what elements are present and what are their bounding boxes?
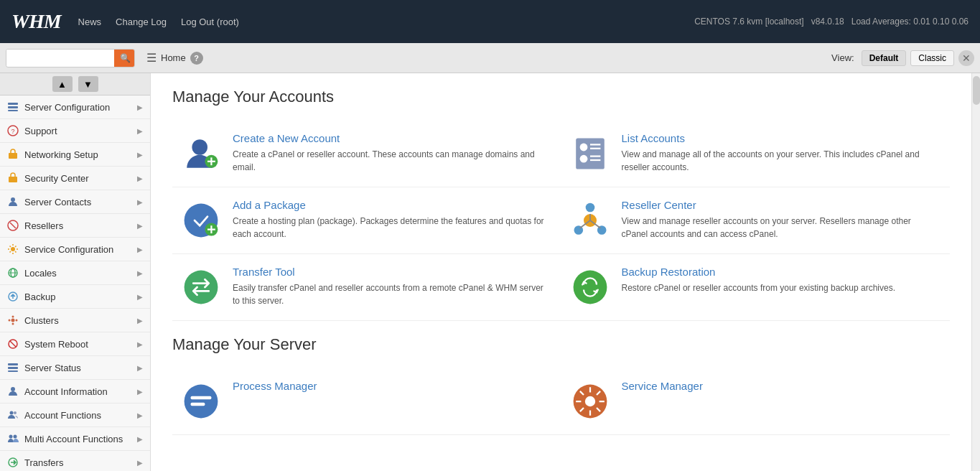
sidebar-item-label: Server Configuration — [24, 102, 131, 113]
scroll-up-arrow[interactable]: ▲ — [52, 76, 73, 92]
accounts-cards-grid: Create a New Account Create a cPanel or … — [172, 121, 950, 321]
svg-point-25 — [10, 411, 14, 415]
svg-rect-58 — [191, 396, 212, 400]
content-area: Manage Your Accounts Create a New Accoun… — [151, 73, 971, 471]
server-contacts-icon — [7, 196, 19, 207]
svg-point-26 — [14, 411, 17, 414]
scrollbar-track[interactable] — [971, 73, 980, 471]
sidebar-item-resellers[interactable]: Resellers▶ — [0, 214, 150, 238]
svg-rect-59 — [191, 403, 205, 406]
service-manager-title[interactable]: Service Manager — [622, 380, 936, 392]
sidebar-item-networking-setup[interactable]: Networking Setup▶ — [0, 143, 150, 167]
sidebar-item-support[interactable]: ?Support▶ — [0, 119, 150, 143]
sidebar-item-arrow: ▶ — [137, 388, 143, 396]
sidebar-item-service-configuration[interactable]: Service Configuration▶ — [0, 238, 150, 261]
sidebar-item-label: Locales — [24, 268, 131, 279]
sidebar-item-arrow: ▶ — [137, 317, 143, 325]
process-manager-text: Process Manager — [233, 380, 547, 396]
sidebar-item-server-status[interactable]: Server Status▶ — [0, 356, 150, 380]
resellers-icon — [7, 220, 19, 231]
sidebar-item-account-information[interactable]: Account Information▶ — [0, 380, 150, 404]
reseller-center-title[interactable]: Reseller Center — [622, 199, 936, 211]
sidebar-item-clusters[interactable]: Clusters▶ — [0, 309, 150, 332]
scroll-down-arrow[interactable]: ▼ — [78, 76, 98, 92]
backup-restoration-text: Backup Restoration Restore cPanel or res… — [622, 266, 936, 294]
svg-rect-1 — [8, 106, 18, 108]
help-icon[interactable]: ? — [190, 52, 203, 65]
sidebar-item-account-functions[interactable]: Account Functions▶ — [0, 404, 150, 427]
topbar: WHM NewsChange LogLog Out (root) CENTOS … — [0, 0, 980, 43]
svg-point-41 — [579, 155, 587, 163]
svg-point-61 — [584, 396, 594, 406]
card-reseller-center: Reseller Center View and manage reseller… — [561, 187, 951, 254]
create-account-desc: Create a cPanel or reseller account. The… — [233, 148, 547, 174]
sidebar-item-label: System Reboot — [24, 339, 131, 350]
reseller-center-icon — [569, 199, 612, 242]
sidebar-item-multi-account-functions[interactable]: Multi Account Functions▶ — [0, 427, 150, 451]
sidebar-item-arrow: ▶ — [137, 411, 143, 419]
add-package-title[interactable]: Add a Package — [233, 199, 547, 211]
sidebar-item-security-center[interactable]: Security Center▶ — [0, 167, 150, 190]
main-layout: ▲ ▼ Server Configuration▶?Support▶Networ… — [0, 73, 980, 471]
search-wrap: 🔍 — [6, 49, 135, 67]
topbar-nav-changelog[interactable]: Change Log — [116, 17, 167, 27]
card-add-package: Add a Package Create a hosting plan (pac… — [172, 187, 561, 254]
sidebar-item-arrow: ▶ — [137, 127, 143, 135]
server-status-icon — [7, 362, 19, 373]
menu-icon[interactable]: ☰ — [146, 51, 157, 65]
transfer-tool-title[interactable]: Transfer Tool — [233, 266, 547, 278]
sidebar-item-label: Account Information — [24, 386, 131, 397]
reseller-center-desc: View and manage reseller accounts on you… — [622, 215, 936, 241]
svg-point-17 — [12, 316, 14, 318]
svg-line-9 — [10, 223, 16, 228]
sidebar-item-locales[interactable]: Locales▶ — [0, 261, 150, 285]
sidebar-scroll-up[interactable]: ▲ ▼ — [0, 73, 150, 95]
create-account-text: Create a New Account Create a cPanel or … — [233, 132, 547, 174]
svg-point-57 — [185, 385, 218, 419]
svg-point-33 — [192, 139, 207, 155]
sidebar-item-label: Clusters — [24, 315, 131, 326]
card-list-accounts: List Accounts View and manage all of the… — [561, 121, 951, 187]
close-view-button[interactable]: ✕ — [958, 50, 974, 66]
sidebar-item-arrow: ▶ — [137, 269, 143, 277]
view-classic-button[interactable]: Classic — [910, 50, 954, 66]
sidebar-item-label: Server Contacts — [24, 197, 131, 207]
list-accounts-title[interactable]: List Accounts — [622, 132, 936, 144]
sidebar-item-label: Transfers — [24, 457, 131, 468]
sidebar-item-system-reboot[interactable]: System Reboot▶ — [0, 332, 150, 356]
svg-point-27 — [9, 435, 13, 439]
server-info: CENTOS 7.6 kvm [localhost] v84.0.18 Load… — [694, 17, 969, 27]
sidebar-item-label: Multi Account Functions — [24, 434, 131, 444]
svg-line-20 — [10, 341, 16, 347]
search-button[interactable]: 🔍 — [114, 50, 135, 67]
backup-restoration-icon — [569, 266, 612, 309]
backup-restoration-title[interactable]: Backup Restoration — [622, 266, 936, 278]
sidebar-item-arrow: ▶ — [137, 198, 143, 206]
sidebar-item-transfers[interactable]: Transfers▶ — [0, 451, 150, 471]
sidebar-items: Server Configuration▶?Support▶Networking… — [0, 95, 150, 471]
svg-rect-22 — [8, 367, 18, 369]
breadcrumb-home[interactable]: Home — [161, 52, 186, 63]
scrollbar-thumb[interactable] — [973, 76, 980, 105]
topbar-nav-news[interactable]: News — [78, 17, 102, 27]
svg-rect-23 — [8, 370, 18, 372]
sidebar-item-label: Resellers — [24, 220, 131, 231]
svg-text:?: ? — [11, 128, 14, 135]
topbar-nav-logout[interactable]: Log Out (root) — [181, 17, 239, 27]
process-manager-title[interactable]: Process Manager — [233, 380, 547, 392]
svg-rect-6 — [9, 177, 17, 182]
server-cards-grid: Process Manager Service Manager — [172, 368, 950, 435]
create-account-title[interactable]: Create a New Account — [233, 132, 547, 144]
sidebar-item-arrow: ▶ — [137, 435, 143, 443]
sidebar-item-server-contacts[interactable]: Server Contacts▶ — [0, 190, 150, 214]
sidebar-item-server-configuration[interactable]: Server Configuration▶ — [0, 95, 150, 119]
svg-point-7 — [11, 197, 15, 202]
sidebar-item-arrow: ▶ — [137, 459, 143, 467]
transfer-tool-icon — [179, 266, 223, 309]
search-input[interactable] — [6, 50, 114, 66]
sidebar-item-backup[interactable]: Backup▶ — [0, 285, 150, 309]
support-icon: ? — [7, 125, 19, 136]
view-default-button[interactable]: Default — [862, 50, 907, 66]
svg-point-55 — [185, 271, 218, 304]
sidebar-item-arrow: ▶ — [137, 340, 143, 348]
